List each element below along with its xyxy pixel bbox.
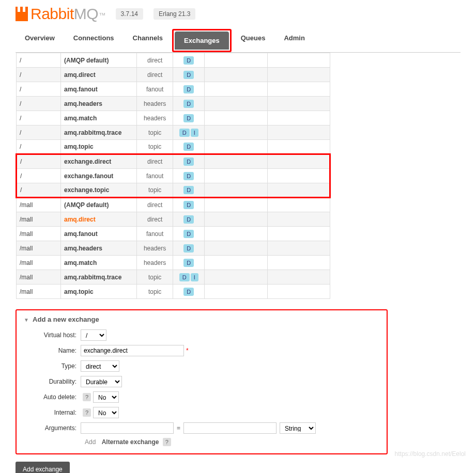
rate-in-cell [205, 125, 267, 140]
tab-queues[interactable]: Queues [232, 29, 275, 52]
exchanges-table: /(AMQP default)directD/amq.directdirectD… [16, 53, 331, 299]
durability-select[interactable]: Durable [81, 376, 122, 387]
internal-select[interactable]: No [93, 407, 119, 418]
vhost-cell: / [17, 169, 61, 183]
table-row: /amq.headersheadersD [17, 97, 330, 111]
rate-in-cell [205, 183, 267, 198]
label-autodelete: Auto delete: [24, 393, 81, 401]
tab-exchanges[interactable]: Exchanges [175, 31, 229, 50]
nav-tabs: Overview Connections Channels Exchanges … [16, 29, 460, 53]
table-row: /(AMQP default)directD [17, 53, 330, 68]
table-row: /mallamq.matchheadersD [17, 256, 330, 270]
tab-channels[interactable]: Channels [124, 29, 173, 52]
form-header[interactable]: ▼ Add a new exchange [24, 316, 379, 323]
equals-sign: = [177, 424, 180, 432]
arg-key-input[interactable] [81, 422, 174, 434]
exchange-name-link[interactable]: amq.fanout [60, 227, 136, 241]
rate-out-cell [267, 183, 330, 198]
features-cell: D [173, 111, 205, 125]
features-cell: DI [173, 125, 205, 140]
table-row: /mallamq.headersheadersD [17, 241, 330, 256]
exchange-name-link[interactable]: amq.direct [60, 212, 136, 227]
tab-overview[interactable]: Overview [16, 29, 64, 52]
feature-badge: D [183, 56, 194, 65]
feature-badge: D [183, 157, 194, 166]
vhost-cell: / [17, 111, 61, 125]
help-icon[interactable]: ? [83, 393, 91, 401]
rate-out-cell [267, 53, 330, 68]
rate-in-cell [205, 97, 267, 111]
type-cell: direct [136, 53, 173, 68]
name-input[interactable] [81, 345, 184, 356]
add-exchange-section: ▼ Add a new exchange Virtual host: / Nam… [16, 309, 388, 454]
features-cell: D [173, 241, 205, 256]
exchange-name-link[interactable]: amq.headers [60, 97, 136, 111]
exchange-name-link[interactable]: amq.match [60, 256, 136, 270]
exchange-name-link[interactable]: (AMQP default) [60, 198, 136, 212]
vhost-cell: / [17, 183, 61, 198]
feature-badge: D [179, 273, 190, 281]
watermark: https://blog.csdn.net/Eelol [395, 450, 466, 458]
exchange-name-link[interactable]: (AMQP default) [60, 53, 136, 68]
type-cell: headers [136, 256, 173, 270]
label-type: Type: [24, 362, 81, 370]
table-row: /exchange.topictopicD [17, 183, 330, 198]
help-icon[interactable]: ? [83, 408, 91, 417]
type-cell: direct [136, 212, 173, 227]
rate-out-cell [267, 169, 330, 183]
exchange-name-link[interactable]: amq.direct [60, 68, 136, 82]
exchange-name-link[interactable]: amq.topic [60, 285, 136, 299]
rate-out-cell [267, 68, 330, 82]
exchange-name-link[interactable]: amq.topic [60, 140, 136, 154]
add-argument-row: Add Alternate exchange ? [85, 438, 379, 446]
rate-in-cell [205, 285, 267, 299]
type-cell: direct [136, 198, 173, 212]
rate-out-cell [267, 212, 330, 227]
feature-badge: D [183, 230, 194, 238]
feature-badge: D [183, 172, 194, 180]
exchange-name-link[interactable]: amq.headers [60, 241, 136, 256]
features-cell: D [173, 198, 205, 212]
features-cell: D [173, 97, 205, 111]
help-icon[interactable]: ? [163, 438, 171, 446]
rate-out-cell [267, 198, 330, 212]
rate-out-cell [267, 270, 330, 285]
rate-out-cell [267, 285, 330, 299]
autodelete-select[interactable]: No [93, 391, 119, 403]
exchange-name-link[interactable]: amq.rabbitmq.trace [60, 125, 136, 140]
feature-badge: D [183, 85, 194, 93]
add-link[interactable]: Add [85, 438, 96, 446]
add-exchange-button[interactable]: Add exchange [16, 462, 70, 473]
exchange-name-link[interactable]: exchange.topic [60, 183, 136, 198]
feature-badge: D [179, 129, 190, 137]
label-arguments: Arguments: [24, 424, 81, 432]
features-cell: D [173, 227, 205, 241]
vhost-cell: /mall [17, 198, 61, 212]
feature-badge: D [183, 288, 194, 296]
table-row: /amq.fanoutfanoutD [17, 82, 330, 97]
logo[interactable]: RabbitMQ TM [16, 5, 105, 23]
table-row: /exchange.fanoutfanoutD [17, 169, 330, 183]
exchange-name-link[interactable]: exchange.direct [60, 154, 136, 169]
rate-in-cell [205, 227, 267, 241]
type-cell: fanout [136, 82, 173, 97]
arg-type-select[interactable]: String [280, 422, 316, 434]
rate-in-cell [205, 82, 267, 97]
exchange-name-link[interactable]: amq.fanout [60, 82, 136, 97]
alternate-exchange-link[interactable]: Alternate exchange [102, 438, 159, 446]
features-cell: D [173, 285, 205, 299]
features-cell: D [173, 68, 205, 82]
tab-connections[interactable]: Connections [64, 29, 124, 52]
type-cell: topic [136, 270, 173, 285]
type-cell: topic [136, 285, 173, 299]
table-row: /mallamq.directdirectD [17, 212, 330, 227]
tab-admin[interactable]: Admin [274, 29, 314, 52]
exchange-name-link[interactable]: amq.match [60, 111, 136, 125]
exchange-name-link[interactable]: exchange.fanout [60, 169, 136, 183]
exchange-name-link[interactable]: amq.rabbitmq.trace [60, 270, 136, 285]
table-row: /amq.matchheadersD [17, 111, 330, 125]
vhost-select[interactable]: / [81, 329, 106, 341]
type-select[interactable]: direct [81, 360, 119, 372]
vhost-cell: / [17, 140, 61, 154]
arg-value-input[interactable] [183, 422, 277, 434]
